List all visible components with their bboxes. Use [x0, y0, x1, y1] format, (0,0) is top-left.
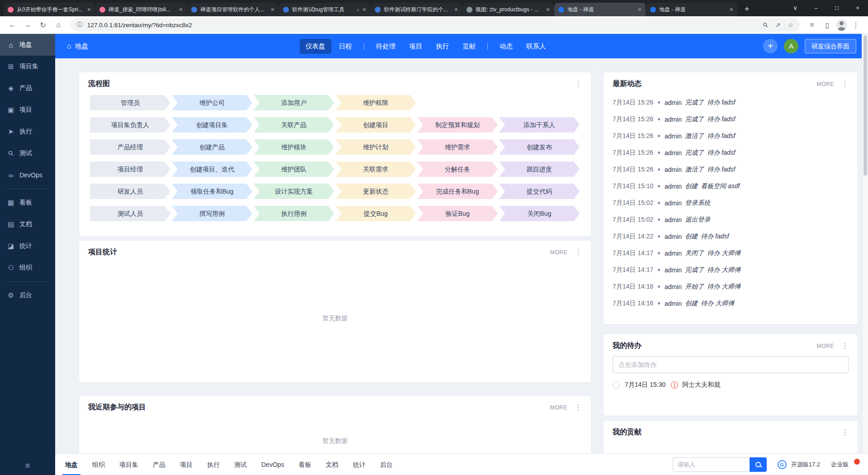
footer-item-report[interactable]: 统计 [346, 454, 373, 475]
flow-step[interactable]: 关联需求 [335, 162, 416, 177]
activity-target[interactable]: 待办 fadsf [707, 132, 735, 140]
footer-item-project[interactable]: 项目 [173, 454, 200, 475]
footer-item-program[interactable]: 项目集 [112, 454, 146, 475]
activity-target[interactable]: 待办 大师傅 [707, 249, 741, 257]
flow-step[interactable]: 添加用户 [254, 95, 334, 110]
flow-step[interactable]: 创建项目 [335, 117, 416, 133]
tab-close-icon[interactable]: × [638, 6, 642, 13]
page-scrollbar[interactable] [862, 34, 868, 453]
tab-contribute[interactable]: 贡献 [457, 39, 481, 54]
create-button[interactable]: + [763, 39, 778, 53]
home-icon[interactable]: ⌂ [52, 18, 65, 32]
sidebar-item-execution[interactable]: ➤ 执行 [0, 121, 55, 142]
flow-step[interactable]: 维护计划 [335, 139, 416, 155]
sidebar-item-dashboard[interactable]: ⌂ 地盘 [0, 34, 55, 56]
tab-close-icon[interactable]: × [730, 6, 733, 13]
flow-step[interactable]: 提交代码 [499, 184, 580, 199]
collapse-menu-icon[interactable]: ≡ [0, 461, 55, 470]
more-link[interactable]: MORE [550, 249, 567, 256]
footer-item-execution[interactable]: 执行 [200, 454, 227, 475]
reading-list-icon[interactable]: ≡ [805, 18, 819, 32]
browser-profile-avatar[interactable] [836, 19, 847, 31]
search-button[interactable] [750, 457, 767, 472]
flow-step[interactable]: 维护需求 [417, 139, 498, 155]
sidebar-item-program[interactable]: ⊞ 项目集 [0, 56, 55, 77]
tab-execution[interactable]: 执行 [430, 39, 455, 54]
card-menu-kebab-icon[interactable]: ⋮ [841, 342, 849, 350]
new-tab-button[interactable]: + [741, 3, 753, 15]
more-link[interactable]: MORE [550, 404, 567, 411]
card-menu-kebab-icon[interactable]: ⋮ [841, 81, 849, 88]
browser-tab-active[interactable]: 地盘 - 禅道 × [554, 3, 646, 16]
flow-step[interactable]: 跟踪进度 [499, 162, 580, 177]
flow-step[interactable]: 领取任务和Bug [172, 184, 252, 199]
tab-close-icon[interactable]: × [454, 6, 458, 13]
activity-target[interactable]: 待办 fadsf [707, 115, 735, 124]
flow-step[interactable]: 制定预算和规划 [417, 117, 498, 133]
tab-calendar[interactable]: 日程 [333, 39, 358, 54]
search-input[interactable] [673, 457, 750, 472]
sidebar-item-product[interactable]: ◈ 产品 [0, 77, 55, 99]
activity-target[interactable]: 待办 大师傅 [707, 266, 741, 274]
tab-work[interactable]: 待处理 [370, 39, 402, 54]
edition-link[interactable]: 企业版 [831, 461, 849, 469]
more-link[interactable]: MORE [817, 343, 834, 349]
browser-tab[interactable]: 禅道项目管理软件的个人... × [187, 3, 278, 16]
version-label[interactable]: 开源版17.2 [791, 461, 820, 469]
activity-target[interactable]: 看板空间 asdf [701, 182, 740, 190]
sidebar-item-kanban[interactable]: ▦ 看板 [0, 192, 55, 214]
todo-title[interactable]: 阿士大夫和就 [682, 381, 720, 389]
footer-item-kanban[interactable]: 看板 [292, 454, 319, 475]
more-link[interactable]: MORE [817, 81, 834, 87]
side-panel-icon[interactable]: ▯ [821, 18, 834, 32]
footer-item-devops[interactable]: DevOps [254, 454, 292, 475]
close-window-icon[interactable]: × [847, 0, 868, 16]
activity-target[interactable]: 待办 fadsf [707, 99, 735, 107]
maximize-icon[interactable]: □ [826, 0, 847, 16]
sidebar-item-project[interactable]: ▣ 项目 [0, 99, 55, 121]
footer-item-qa[interactable]: 测试 [227, 454, 254, 475]
card-menu-kebab-icon[interactable]: ⋮ [841, 429, 849, 436]
tab-close-icon[interactable]: × [179, 6, 183, 13]
flow-step[interactable]: 维护公司 [172, 95, 252, 110]
flow-step[interactable]: 完成任务和Bug [417, 184, 498, 199]
scrollbar-thumb[interactable] [863, 35, 867, 176]
tab-dynamic[interactable]: 动态 [494, 39, 519, 54]
zoom-icon[interactable]: ⚲ [761, 21, 770, 29]
browser-menu-kebab-icon[interactable]: ⋮ [849, 18, 863, 32]
workbench-button[interactable]: 研发综合界面 [805, 39, 856, 53]
share-icon[interactable]: ↗ [775, 21, 781, 28]
minimize-icon[interactable]: – [806, 0, 826, 16]
flow-step[interactable]: 验证Bug [417, 206, 498, 221]
flow-step[interactable]: 创建项目集 [172, 117, 252, 133]
sidebar-item-admin[interactable]: ⚙ 后台 [0, 285, 55, 306]
sidebar-item-qa[interactable]: ⚲ 测试 [0, 142, 55, 164]
flow-step[interactable]: 执行用例 [254, 206, 334, 221]
site-info-icon[interactable]: ⓘ [77, 21, 83, 29]
flow-step[interactable]: 维护模块 [254, 139, 334, 155]
add-todo-input[interactable] [613, 356, 849, 373]
sidebar-item-report[interactable]: ◪ 统计 [0, 235, 55, 257]
tab-search-icon[interactable]: ∨ [785, 0, 806, 16]
browser-tab[interactable]: 视图: ztv_productbugs - ... × [462, 3, 554, 16]
flow-step[interactable]: 创建发布 [499, 139, 580, 155]
activity-target[interactable]: 待办 fadsf [707, 166, 735, 174]
reload-icon[interactable]: ↻ [36, 18, 50, 32]
footer-item-org[interactable]: 组织 [85, 454, 112, 475]
flow-step[interactable]: 提交Bug [335, 206, 416, 221]
sidebar-item-devops[interactable]: ∞ DevOps [0, 164, 55, 186]
flow-step[interactable]: 维护权限 [335, 95, 416, 110]
flow-step[interactable]: 维护团队 [254, 162, 334, 177]
tab-close-icon[interactable]: × [87, 6, 91, 13]
tab-close-icon[interactable]: × [546, 6, 550, 13]
back-icon[interactable]: ← [5, 18, 19, 32]
footer-item-dashboard[interactable]: 地盘 [58, 454, 85, 475]
flow-step[interactable]: 更新状态 [335, 184, 416, 199]
flow-step[interactable]: 撰写用例 [172, 206, 252, 221]
forward-icon[interactable]: → [21, 18, 34, 32]
activity-target[interactable]: 待办 fadsf [701, 233, 729, 241]
card-menu-kebab-icon[interactable]: ⋮ [575, 404, 582, 411]
flow-step[interactable]: 创建项目、迭代 [172, 162, 252, 177]
tab-audio-icon[interactable]: ♪ [357, 7, 359, 12]
flow-step[interactable]: 关联产品 [254, 117, 334, 133]
